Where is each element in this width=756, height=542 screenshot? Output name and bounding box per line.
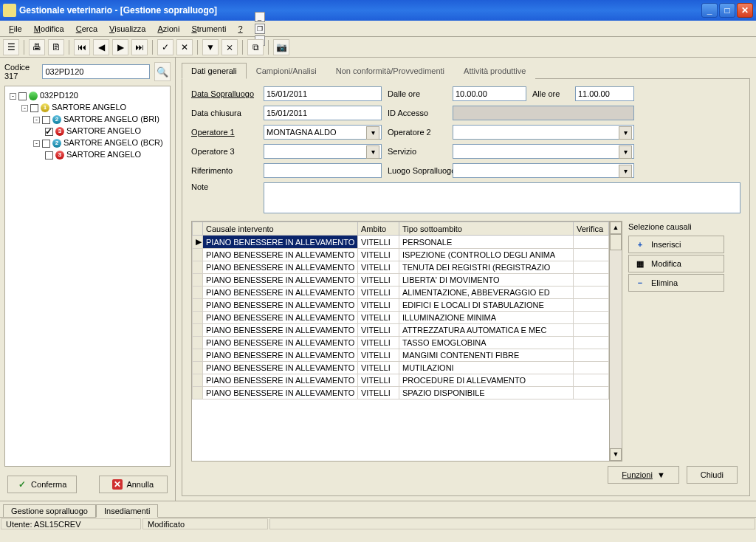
menu-cerca[interactable]: Cerca bbox=[70, 23, 103, 35]
tree-node[interactable]: SARTORE ANGELO bbox=[66, 126, 141, 135]
cell-verifica[interactable] bbox=[574, 387, 609, 399]
field-note[interactable] bbox=[264, 182, 740, 213]
row-handle[interactable] bbox=[193, 349, 203, 362]
cell-verifica[interactable] bbox=[574, 274, 609, 287]
cell-tipo[interactable]: PROCEDURE DI ALLEVAMENTO bbox=[399, 374, 574, 387]
combo-luogo[interactable] bbox=[453, 163, 634, 178]
tool-ok-icon[interactable]: ✓ bbox=[157, 39, 173, 55]
checkbox[interactable] bbox=[18, 92, 27, 100]
table-row[interactable]: PIANO BENESSERE IN ALLEVAMENTOVITELLIMAN… bbox=[193, 349, 609, 362]
row-handle[interactable] bbox=[193, 249, 203, 261]
row-handle[interactable] bbox=[193, 362, 203, 374]
causali-grid[interactable]: Causale intervento Ambito Tipo sottoambi… bbox=[192, 222, 609, 461]
cell-ambito[interactable]: VITELLI bbox=[358, 362, 399, 374]
cell-causale[interactable]: PIANO BENESSERE IN ALLEVAMENTO bbox=[203, 299, 358, 312]
combo-operatore2[interactable] bbox=[453, 125, 634, 140]
mdi-minimize-icon[interactable]: _ bbox=[255, 12, 265, 22]
cell-tipo[interactable]: ATTREZZATURA AUTOMATICA E MEC bbox=[399, 324, 574, 337]
tree[interactable]: -032PD120 -1SARTORE ANGELO -2SARTORE ANG… bbox=[4, 86, 171, 467]
cell-ambito[interactable]: VITELLI bbox=[358, 236, 399, 249]
row-handle[interactable] bbox=[193, 324, 203, 337]
row-handle[interactable] bbox=[193, 374, 203, 387]
table-row[interactable]: PIANO BENESSERE IN ALLEVAMENTOVITELLITEN… bbox=[193, 261, 609, 274]
cell-verifica[interactable] bbox=[574, 287, 609, 299]
expander-icon[interactable]: - bbox=[21, 105, 28, 112]
cell-causale[interactable]: PIANO BENESSERE IN ALLEVAMENTO bbox=[203, 349, 358, 362]
row-handle[interactable] bbox=[193, 287, 203, 299]
cell-ambito[interactable]: VITELLI bbox=[358, 349, 399, 362]
combo-servizio[interactable] bbox=[453, 144, 634, 159]
cell-tipo[interactable]: EDIFICI E LOCALI DI STABULAZIONE bbox=[399, 299, 574, 312]
checkbox[interactable] bbox=[42, 140, 50, 148]
cell-causale[interactable]: PIANO BENESSERE IN ALLEVAMENTO bbox=[203, 337, 358, 349]
field-data-chiusura[interactable]: 15/01/2011 bbox=[264, 106, 382, 120]
cell-ambito[interactable]: VITELLI bbox=[358, 312, 399, 324]
cell-verifica[interactable] bbox=[574, 349, 609, 362]
cell-ambito[interactable]: VITELLI bbox=[358, 261, 399, 274]
elimina-button[interactable]: −Elimina bbox=[628, 274, 724, 292]
col-ambito[interactable]: Ambito bbox=[358, 222, 399, 236]
cell-causale[interactable]: PIANO BENESSERE IN ALLEVAMENTO bbox=[203, 287, 358, 299]
cell-verifica[interactable] bbox=[574, 337, 609, 349]
cell-ambito[interactable]: VITELLI bbox=[358, 249, 399, 261]
search-icon[interactable]: 🔍 bbox=[154, 62, 171, 81]
table-row[interactable]: PIANO BENESSERE IN ALLEVAMENTOVITELLIPRO… bbox=[193, 374, 609, 387]
tool-copy-icon[interactable]: ⧉ bbox=[247, 39, 264, 55]
cell-tipo[interactable]: ISPEZIONE (CONTROLLO DEGLI ANIMA bbox=[399, 249, 574, 261]
grid-scrollbar[interactable]: ▲ ▼ bbox=[609, 222, 622, 461]
tab-campioni[interactable]: Campioni/Analisi bbox=[247, 63, 326, 79]
table-row[interactable]: PIANO BENESSERE IN ALLEVAMENTOVITELLIISP… bbox=[193, 249, 609, 261]
row-handle[interactable] bbox=[193, 337, 203, 349]
cell-causale[interactable]: PIANO BENESSERE IN ALLEVAMENTO bbox=[203, 249, 358, 261]
tree-node[interactable]: SARTORE ANGELO bbox=[66, 150, 141, 159]
cell-tipo[interactable]: TENUTA DEI REGISTRI (REGISTRAZIO bbox=[399, 261, 574, 274]
cell-causale[interactable]: PIANO BENESSERE IN ALLEVAMENTO bbox=[203, 261, 358, 274]
cell-verifica[interactable] bbox=[574, 312, 609, 324]
menu-strumenti[interactable]: Strumenti bbox=[185, 23, 232, 35]
tab-nonconformita[interactable]: Non conformità/Provvedimenti bbox=[326, 63, 454, 79]
cell-ambito[interactable]: VITELLI bbox=[358, 287, 399, 299]
tool-clearfilter-icon[interactable]: ⨯ bbox=[221, 39, 238, 55]
field-data-sopralluogo[interactable]: 15/01/2011 bbox=[264, 86, 382, 101]
field-riferimento[interactable] bbox=[264, 163, 382, 178]
cell-causale[interactable]: PIANO BENESSERE IN ALLEVAMENTO bbox=[203, 387, 358, 399]
checkbox[interactable] bbox=[42, 116, 50, 124]
cell-causale[interactable]: PIANO BENESSERE IN ALLEVAMENTO bbox=[203, 312, 358, 324]
row-handle[interactable] bbox=[193, 261, 203, 274]
cell-ambito[interactable]: VITELLI bbox=[358, 324, 399, 337]
field-alle-ore[interactable]: 11.00.00 bbox=[575, 86, 634, 101]
col-verifica[interactable]: Verifica bbox=[574, 222, 609, 236]
combo-operatore3[interactable] bbox=[264, 144, 382, 159]
tool-next-icon[interactable]: ▶ bbox=[112, 39, 128, 55]
tree-node[interactable]: 032PD120 bbox=[40, 91, 78, 100]
cell-verifica[interactable] bbox=[574, 324, 609, 337]
cell-verifica[interactable] bbox=[574, 374, 609, 387]
bottom-tab-sopralluogo[interactable]: Gestione sopralluogo bbox=[3, 504, 96, 518]
tool-filter-icon[interactable]: ▼ bbox=[202, 39, 219, 55]
funzioni-button[interactable]: Funzioni▼ bbox=[608, 466, 678, 484]
tool-cancel-icon[interactable]: ✕ bbox=[176, 39, 193, 55]
chiudi-button[interactable]: Chiudi bbox=[687, 466, 738, 484]
cell-tipo[interactable]: LIBERTA' DI MOVIMENTO bbox=[399, 274, 574, 287]
cell-tipo[interactable]: ALIMENTAZIONE, ABBEVERAGGIO ED bbox=[399, 287, 574, 299]
tool-last-icon[interactable]: ⏭ bbox=[131, 39, 148, 55]
tool-tree-icon[interactable]: ☰ bbox=[3, 39, 19, 55]
scroll-down-icon[interactable]: ▼ bbox=[610, 448, 622, 461]
cell-verifica[interactable] bbox=[574, 362, 609, 374]
cell-causale[interactable]: PIANO BENESSERE IN ALLEVAMENTO bbox=[203, 374, 358, 387]
checkbox[interactable] bbox=[30, 104, 38, 112]
tree-node[interactable]: SARTORE ANGELO (BRI) bbox=[63, 114, 159, 123]
table-row[interactable]: PIANO BENESSERE IN ALLEVAMENTOVITELLITAS… bbox=[193, 337, 609, 349]
cell-ambito[interactable]: VITELLI bbox=[358, 337, 399, 349]
field-dalle-ore[interactable]: 10.00.00 bbox=[453, 86, 526, 101]
cell-tipo[interactable]: ILLUMINAZIONE MINIMA bbox=[399, 312, 574, 324]
tool-print-icon[interactable]: 🖶 bbox=[29, 39, 45, 55]
cell-ambito[interactable]: VITELLI bbox=[358, 374, 399, 387]
menu-file[interactable]: File bbox=[3, 23, 28, 35]
row-handle[interactable] bbox=[193, 299, 203, 312]
row-handle[interactable]: ▶ bbox=[193, 236, 203, 249]
menu-azioni[interactable]: Azioni bbox=[151, 23, 185, 35]
conferma-button[interactable]: ✓Conferma bbox=[7, 476, 77, 493]
modifica-button[interactable]: ▦Modifica bbox=[628, 255, 724, 272]
expander-icon[interactable]: - bbox=[33, 117, 40, 123]
